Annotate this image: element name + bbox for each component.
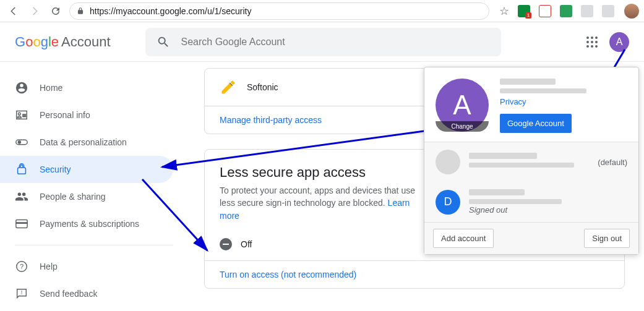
- svg-point-0: [586, 36, 589, 39]
- change-photo-button[interactable]: Change: [436, 121, 489, 132]
- reload-button[interactable]: [47, 2, 64, 20]
- lock-icon: [15, 163, 28, 176]
- back-button[interactable]: [5, 2, 22, 20]
- forward-button[interactable]: [26, 2, 43, 20]
- sidebar-item-label: Security: [40, 164, 71, 174]
- status-off-icon: [220, 238, 232, 250]
- status-label: Off: [241, 239, 252, 249]
- toggle-icon: [15, 135, 28, 149]
- sidebar-item-label: Payments & subscriptions: [40, 219, 139, 229]
- browser-profile-avatar[interactable]: [624, 4, 639, 19]
- extension-icon[interactable]: [602, 5, 614, 17]
- help-icon: ?: [15, 260, 28, 273]
- search-input[interactable]: [180, 36, 490, 48]
- svg-point-10: [18, 140, 21, 144]
- sidebar-item-help[interactable]: ? Help: [0, 253, 173, 280]
- extension-icon[interactable]: [518, 5, 530, 17]
- sidebar-item-data-personalization[interactable]: Data & personalization: [0, 129, 173, 156]
- pencil-icon: [220, 79, 237, 96]
- privacy-link[interactable]: Privacy: [500, 97, 627, 106]
- turn-on-access-link[interactable]: Turn on access (not recommended): [205, 260, 624, 288]
- credit-card-icon: [15, 217, 28, 231]
- svg-text:!: !: [21, 289, 23, 296]
- extension-icon[interactable]: [560, 5, 572, 17]
- search-icon: [157, 35, 170, 49]
- svg-point-4: [591, 41, 593, 43]
- search-box[interactable]: [145, 28, 501, 56]
- svg-point-5: [595, 41, 598, 43]
- add-account-button[interactable]: Add account: [433, 229, 494, 248]
- url-text: https://myaccount.google.com/u/1/securit…: [90, 6, 251, 16]
- svg-text:?: ?: [20, 263, 24, 270]
- sidebar-item-people-sharing[interactable]: People & sharing: [0, 183, 173, 210]
- redacted-name: [500, 79, 556, 85]
- sidebar-item-label: Send feedback: [40, 289, 97, 299]
- lock-icon: [76, 7, 85, 15]
- account-avatar-icon: D: [436, 190, 460, 215]
- sidebar-item-label: Home: [40, 83, 62, 93]
- divider: [15, 245, 173, 245]
- sidebar-item-home[interactable]: Home: [0, 74, 173, 101]
- sidebar-item-label: People & sharing: [40, 192, 106, 202]
- redacted-text: [469, 189, 525, 195]
- redacted-email: [500, 88, 586, 93]
- redacted-text: [469, 153, 537, 159]
- sidebar-item-personal-info[interactable]: Personal info: [0, 101, 173, 129]
- svg-point-7: [591, 45, 593, 48]
- product-name: Account: [61, 34, 111, 50]
- svg-point-3: [586, 41, 589, 43]
- app-header: Google Account A: [0, 22, 644, 62]
- browser-toolbar: https://myaccount.google.com/u/1/securit…: [0, 0, 644, 22]
- account-avatar[interactable]: A: [609, 32, 629, 52]
- svg-point-6: [586, 45, 589, 48]
- account-row[interactable]: D Signed out: [424, 182, 638, 222]
- google-account-logo[interactable]: Google Account: [15, 34, 111, 50]
- account-switcher-popover: A Change Privacy Google Account (default…: [424, 67, 639, 255]
- feedback-icon: !: [15, 287, 28, 300]
- sidebar-item-label: Data & personalization: [40, 137, 127, 147]
- redacted-text: [469, 199, 562, 204]
- svg-rect-12: [16, 222, 27, 224]
- id-card-icon: [15, 108, 28, 122]
- sidebar-item-security[interactable]: Security: [0, 156, 173, 183]
- svg-point-8: [595, 45, 598, 48]
- popover-avatar[interactable]: A Change: [436, 79, 489, 132]
- account-list: (default) D Signed out: [424, 142, 638, 222]
- extension-icon[interactable]: [539, 5, 551, 17]
- apps-grid-icon[interactable]: [585, 35, 599, 49]
- less-secure-description: To protect your account, apps and device…: [220, 184, 418, 222]
- bookmark-star-icon[interactable]: ☆: [497, 4, 512, 18]
- people-icon: [15, 190, 28, 203]
- google-account-button[interactable]: Google Account: [500, 114, 572, 133]
- extension-icon[interactable]: [581, 5, 593, 17]
- svg-point-1: [591, 36, 593, 39]
- redacted-text: [469, 163, 574, 168]
- person-circle-icon: [15, 81, 28, 95]
- signed-out-label: Signed out: [469, 205, 627, 215]
- sidebar-item-label: Personal info: [40, 110, 90, 120]
- sign-out-button[interactable]: Sign out: [584, 229, 630, 248]
- sidebar-item-feedback[interactable]: ! Send feedback: [0, 280, 173, 307]
- sidebar-item-label: Help: [40, 262, 58, 271]
- sidebar-item-payments[interactable]: Payments & subscriptions: [0, 210, 173, 237]
- address-bar[interactable]: https://myaccount.google.com/u/1/securit…: [69, 2, 489, 20]
- svg-point-2: [595, 36, 598, 39]
- sidebar: Home Personal info Data & personalizatio…: [0, 62, 173, 311]
- default-badge: (default): [598, 158, 627, 167]
- account-row[interactable]: (default): [424, 142, 638, 182]
- account-avatar-icon: [436, 150, 460, 174]
